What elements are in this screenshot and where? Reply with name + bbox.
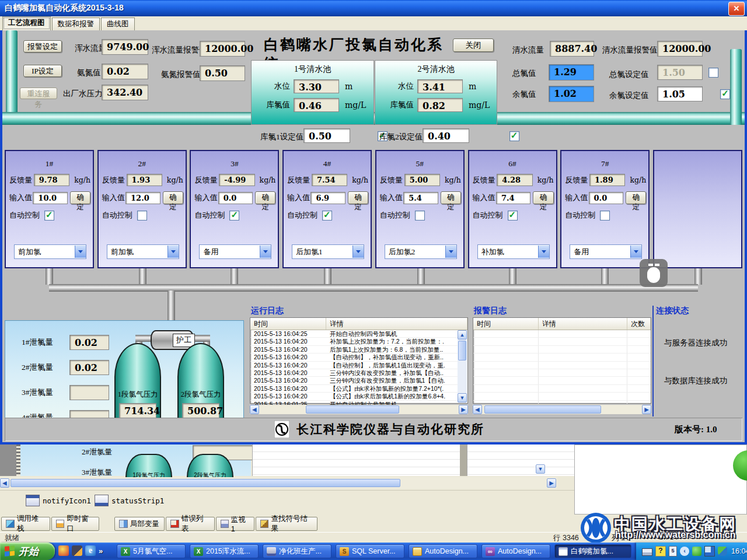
scroll-down-icon[interactable]: ▼ bbox=[536, 464, 545, 474]
runlog-vscrollbar[interactable]: ▲ ▼ bbox=[458, 330, 467, 402]
runlog-row[interactable]: 2015-5-13 16:04:20 【自动控制】，后加氯机1值出现变动，重. bbox=[250, 362, 458, 369]
runlog-table[interactable]: 时间 详情 2015-5-13 16:04:25 开始自动控制四号加氯机 201… bbox=[250, 317, 468, 404]
runlog-col-detail[interactable]: 详情 bbox=[326, 318, 467, 330]
confirm-button[interactable]: 确定 bbox=[348, 191, 368, 204]
close-scada-button[interactable]: 关闭 bbox=[453, 38, 494, 52]
input-value[interactable]: 7.4 bbox=[496, 192, 531, 204]
mode-dropdown[interactable]: 补加氯 bbox=[477, 244, 550, 259]
close-button[interactable]: ✕ bbox=[728, 2, 745, 16]
auto-control-checkbox[interactable] bbox=[44, 211, 54, 220]
clear-flow-alarm-value[interactable]: 12000.00 bbox=[657, 41, 703, 57]
designer-hscrollbar[interactable]: ◀ ▶ bbox=[0, 477, 557, 489]
ie-icon[interactable]: e bbox=[85, 545, 96, 556]
auto-control-checkbox[interactable] bbox=[229, 211, 239, 220]
alarmlog-table[interactable]: 时间 详情 次数 bbox=[473, 317, 651, 404]
input-value[interactable]: 10.0 bbox=[33, 192, 68, 204]
quick-launch-more[interactable]: » bbox=[99, 547, 103, 555]
runlog-row[interactable]: 2015-5-13 16:04:20 【自动控制】，补加氯值出现变动，重新.. bbox=[250, 354, 458, 361]
scroll-left-icon[interactable]: ◀ bbox=[250, 405, 259, 414]
store1-set-value[interactable]: 0.50 bbox=[303, 128, 350, 143]
store2-set-checkbox[interactable] bbox=[509, 131, 519, 141]
mode-dropdown[interactable]: 备用 bbox=[570, 244, 642, 259]
reconnect-button[interactable]: 重连服务 bbox=[20, 88, 57, 99]
input-value[interactable]: 6.9 bbox=[310, 192, 345, 204]
panel-immediate[interactable]: 即时窗口 bbox=[51, 517, 99, 531]
runlog-row[interactable]: 2015-5-13 16:04:20 补加氯上次投加量为：7.2，当前投加量：. bbox=[250, 338, 458, 345]
agent-tray-icon[interactable] bbox=[692, 547, 701, 556]
taskbar-task-button[interactable]: 白鹤嘴加氯... bbox=[554, 544, 631, 558]
runlog-row[interactable]: 2015-5-13 16:04:20 【公式】由k求后加氯机1新的投加量6.8+… bbox=[250, 393, 458, 400]
taskbar-task-button[interactable]: 5月氯气空... bbox=[117, 544, 186, 558]
runlog-row[interactable]: 2015-5-13 16:04:20 三分钟内没有改变投加量，后加氯1【自动. bbox=[250, 377, 458, 384]
runlog-row[interactable]: 2015-5-13 16:04:20 【公式】由k求补加氯新的投加量7.2+10… bbox=[250, 385, 458, 393]
confirm-button[interactable]: 确定 bbox=[255, 191, 275, 204]
app-icon[interactable] bbox=[58, 545, 69, 556]
auto-control-checkbox[interactable] bbox=[322, 211, 332, 220]
store2-set-value[interactable]: 0.40 bbox=[423, 128, 469, 143]
scroll-left-icon[interactable]: ◀ bbox=[0, 478, 9, 488]
mode-dropdown[interactable]: 前加氯 bbox=[14, 244, 86, 259]
runlog-row[interactable]: 2015-5-13 16:04:20 后加氯1上次投加量为：6.8，当前投加量.… bbox=[250, 346, 458, 354]
input-value[interactable]: 12.0 bbox=[125, 192, 160, 204]
mode-dropdown[interactable]: 前加氯 bbox=[107, 244, 179, 259]
confirm-button[interactable]: 确定 bbox=[70, 191, 90, 204]
confirm-button[interactable]: 确定 bbox=[533, 191, 553, 204]
taskbar-task-button[interactable]: AutoDesign... bbox=[409, 544, 477, 558]
alarmlog-col-detail[interactable]: 详情 bbox=[539, 318, 627, 330]
designer-hscroll-thumb[interactable] bbox=[11, 479, 400, 487]
runlog-row[interactable]: 2015-5-13 16:04:25 开始自动控制四号加氯机 bbox=[250, 330, 458, 338]
taskbar-task-button[interactable]: 净化班生产... bbox=[263, 544, 331, 558]
input-language-icon[interactable]: 5 bbox=[669, 546, 677, 556]
taskbar-task-button[interactable]: SQL Server... bbox=[336, 544, 404, 558]
tab-curves[interactable]: 曲线图 bbox=[101, 18, 135, 30]
input-value[interactable]: 5.4 bbox=[403, 192, 438, 204]
scroll-up-icon[interactable]: ▲ bbox=[458, 330, 467, 340]
scroll-right-icon[interactable]: ▶ bbox=[459, 405, 468, 414]
runlog-vscroll-thumb[interactable] bbox=[458, 341, 466, 360]
auto-control-checkbox[interactable] bbox=[415, 211, 425, 220]
total-chlorine-set-value[interactable]: 1.50 bbox=[657, 65, 703, 80]
alarm-setting-button[interactable]: 报警设定 bbox=[23, 40, 62, 52]
alarmlog-hscrollbar[interactable]: ◀ ▶ bbox=[473, 405, 651, 414]
residual-chlorine-set-value[interactable]: 1.05 bbox=[657, 86, 703, 102]
total-chlorine-set-checkbox[interactable] bbox=[708, 68, 718, 78]
confirm-button[interactable]: 确定 bbox=[441, 191, 461, 204]
pen-icon[interactable] bbox=[72, 545, 82, 556]
collapse-tray-icon[interactable]: ‹ bbox=[680, 547, 689, 556]
taskbar-task-button[interactable]: AutoDesign... bbox=[481, 544, 550, 558]
runlog-hscrollbar[interactable]: ◀ ▶ bbox=[250, 405, 468, 414]
input-value[interactable]: 0.0 bbox=[218, 192, 253, 204]
scroll-left-icon[interactable]: ◀ bbox=[473, 405, 482, 414]
mode-dropdown[interactable]: 后加氯1 bbox=[292, 244, 364, 259]
raw-flow-alarm-value[interactable]: 12000.00 bbox=[200, 41, 245, 57]
component-notifyicon[interactable]: notifyIcon1 bbox=[26, 495, 91, 506]
tab-process-diagram[interactable]: 工艺流程图 bbox=[2, 16, 51, 30]
panel-errors[interactable]: 错误列表 bbox=[166, 517, 215, 531]
component-statusstrip[interactable]: statusStrip1 bbox=[95, 495, 164, 506]
scroll-down-icon[interactable]: ▼ bbox=[458, 393, 467, 402]
ammonia-alarm-value[interactable]: 0.50 bbox=[200, 65, 245, 81]
input-value[interactable]: 0.0 bbox=[589, 192, 624, 204]
confirm-button[interactable]: 确定 bbox=[163, 191, 183, 204]
scroll-right-icon[interactable]: ▶ bbox=[642, 405, 651, 414]
runlog-hscroll-thumb[interactable] bbox=[306, 405, 399, 414]
security-shield-icon[interactable] bbox=[718, 547, 727, 556]
auto-control-checkbox[interactable] bbox=[137, 211, 147, 220]
help-icon[interactable]: ? bbox=[655, 546, 666, 556]
confirm-button[interactable]: 确定 bbox=[626, 191, 646, 204]
mode-dropdown[interactable]: 后加氯2 bbox=[385, 244, 457, 259]
panel-findsymbol[interactable]: 查找符号结果 bbox=[256, 517, 317, 531]
auto-control-checkbox[interactable] bbox=[508, 211, 518, 220]
taskbar-task-button[interactable]: 2015浑水流... bbox=[190, 544, 259, 558]
ip-setting-button[interactable]: IP设定 bbox=[23, 65, 62, 77]
alarmlog-hscroll-thumb[interactable] bbox=[484, 405, 601, 414]
mode-dropdown[interactable]: 备用 bbox=[199, 244, 271, 259]
panel-callstack[interactable]: 调用堆栈 bbox=[1, 517, 50, 531]
runlog-row[interactable]: 2015-5-13 16:04:20 三分钟内没有改变投加量，补加氯【自动.. bbox=[250, 369, 458, 377]
alarmlog-col-time[interactable]: 时间 bbox=[473, 318, 539, 330]
alarmlog-col-count[interactable]: 次数 bbox=[627, 318, 651, 330]
scroll-right-icon[interactable]: ▶ bbox=[547, 478, 556, 488]
panel-locals[interactable]: 局部变量 bbox=[114, 517, 165, 531]
panel-watch[interactable]: 监视 1 bbox=[216, 517, 254, 531]
start-button[interactable]: 开始 bbox=[0, 542, 55, 560]
